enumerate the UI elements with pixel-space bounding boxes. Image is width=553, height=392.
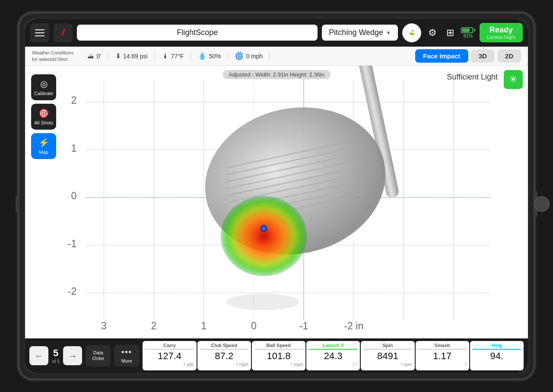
logo-button[interactable]: / [54, 23, 73, 42]
stat-card-heig: Heig 94. [470, 341, 524, 370]
battery-area: 81% [461, 27, 475, 38]
shots-icon: 🎯 [38, 108, 49, 118]
stat-unit: / ° [353, 362, 358, 367]
wind-item: 🌀 0 mph [228, 52, 270, 60]
calibrate-button[interactable]: ◎ Calibrate [31, 74, 56, 100]
svg-point-40 [262, 226, 265, 230]
grid-view-button[interactable]: ⊞ [444, 25, 457, 41]
header: / FlightScope Pitching Wedge ▼ ⛳ ⚙ ⊞ [25, 19, 528, 47]
settings-button[interactable]: ⚙ [426, 25, 439, 41]
flightscope-logo: / [62, 27, 64, 38]
3d-view-button[interactable]: 3D [471, 49, 495, 63]
club-selector[interactable]: Pitching Wedge ▼ [322, 25, 398, 41]
home-button[interactable] [534, 196, 550, 212]
stat-value: 1.17 [433, 351, 451, 362]
temperature-icon: 🌡 [162, 52, 169, 60]
volume-button [16, 195, 19, 213]
chart-grid: 2 1 0 -1 -2 3 2 1 0 -1 -2 in [25, 66, 528, 338]
face-impact-button[interactable]: Face Impact [415, 49, 468, 63]
prev-arrow-icon: ← [35, 351, 43, 361]
bottom-navigation: ← 5 of 5 → DataOrder ••• More Ca [25, 338, 528, 373]
svg-text:-1: -1 [68, 238, 77, 249]
more-buttons: DataOrder ••• More [86, 345, 139, 367]
chart-area: Adjusted - Width: 2.91in Height: 2.36in … [25, 66, 528, 338]
map-button[interactable]: ⚡ Map [31, 133, 56, 159]
stat-value-row: 8491 [377, 350, 398, 362]
wind-value: 0 mph [246, 53, 263, 60]
svg-point-38 [221, 196, 307, 276]
2d-view-button[interactable]: 2D [497, 49, 521, 63]
svg-text:1: 1 [201, 320, 207, 331]
wind-icon: 🌀 [235, 52, 244, 60]
all-shots-label: All Shots [34, 120, 53, 125]
battery-fill [462, 29, 470, 32]
next-button[interactable]: → [63, 346, 82, 365]
stat-value-row: 1.17 [433, 350, 451, 362]
pressure-value: 14.69 psi [123, 53, 148, 60]
left-panel: ◎ Calibrate 🎯 All Shots ⚡ Map [31, 74, 56, 159]
stat-card-carry: Carry 127.4 / yds [143, 341, 196, 370]
more-label: More [121, 358, 132, 363]
ellipsis-icon: ••• [121, 348, 132, 357]
more-button[interactable]: ••• More [114, 345, 139, 367]
pressure-icon: ⬇ [115, 52, 121, 60]
sun-icon: ☀ [509, 74, 518, 85]
screen: / FlightScope Pitching Wedge ▼ ⛳ ⚙ ⊞ [25, 19, 528, 373]
sun-button[interactable]: ☀ [504, 70, 523, 89]
weather-bar: Weather Conditions for selected Shot ⛰ 0… [25, 47, 528, 66]
shot-of-label: of 5 [52, 359, 60, 364]
svg-text:2: 2 [71, 95, 76, 106]
stat-card-ball-speed: Ball Speed 101.8 / mph [252, 341, 305, 370]
svg-text:-1: -1 [299, 320, 308, 331]
stat-unit: / [465, 362, 467, 367]
data-order-label: DataOrder [92, 350, 104, 361]
stat-card-spin: Spin 8491 / rpm [361, 341, 414, 370]
calibrate-label: Calibrate [34, 91, 53, 96]
battery-percentage: 81% [463, 33, 473, 38]
stat-header: Ball Speed [254, 343, 303, 350]
ready-label: Ready [489, 25, 513, 35]
stat-value-row: 127.4 [158, 350, 181, 362]
elevation-item: ⛰ 0' [80, 52, 108, 60]
data-order-button[interactable]: DataOrder [86, 345, 111, 367]
stat-value-row: 87.2 [215, 350, 233, 362]
humidity-value: 50% [209, 53, 221, 60]
map-icon: ⚡ [38, 137, 49, 148]
stat-header: Launch V [309, 343, 357, 350]
all-shots-button[interactable]: 🎯 All Shots [31, 104, 56, 130]
stat-header: Carry [145, 343, 194, 350]
svg-text:0: 0 [251, 320, 257, 331]
prev-button[interactable]: ← [29, 346, 48, 365]
stat-value: 24.3 [324, 351, 343, 362]
club-name-text: Pitching Wedge [329, 28, 383, 37]
ready-button[interactable]: Ready Limited Flight [480, 23, 523, 42]
battery-body [461, 27, 473, 33]
avatar-icon: ⛳ [409, 30, 415, 35]
temperature-value: 77°F [171, 53, 184, 60]
stat-value: 87.2 [215, 351, 233, 362]
humidity-item: 💧 50% [191, 52, 228, 60]
stat-unit: / mph [291, 362, 303, 367]
grid-icon: ⊞ [446, 27, 454, 38]
calibrate-icon: ◎ [40, 79, 48, 89]
next-arrow-icon: → [68, 351, 77, 361]
stat-value: 8491 [377, 351, 398, 362]
app-name-field[interactable]: FlightScope [77, 25, 318, 41]
app-name-text: FlightScope [177, 28, 218, 37]
svg-text:0: 0 [71, 190, 76, 201]
stat-value-row: 24.3 [324, 350, 343, 362]
menu-button[interactable] [30, 23, 49, 42]
temperature-item: 🌡 77°F [155, 52, 191, 60]
avatar-button[interactable]: ⛳ [402, 23, 421, 42]
map-label: Map [39, 150, 48, 155]
limited-flight-label: Limited Flight [487, 35, 515, 40]
stat-value: 127.4 [158, 351, 181, 362]
weather-label: Weather Conditions for selected Shot [32, 50, 73, 62]
svg-text:-2: -2 [68, 286, 77, 297]
elevation-value: 0' [96, 53, 101, 60]
stat-unit: / yds [184, 362, 194, 367]
stat-card-smash: Smash 1.17 / [416, 341, 469, 370]
svg-text:1: 1 [71, 143, 76, 154]
elevation-icon: ⛰ [87, 52, 94, 60]
chevron-down-icon: ▼ [386, 30, 391, 36]
